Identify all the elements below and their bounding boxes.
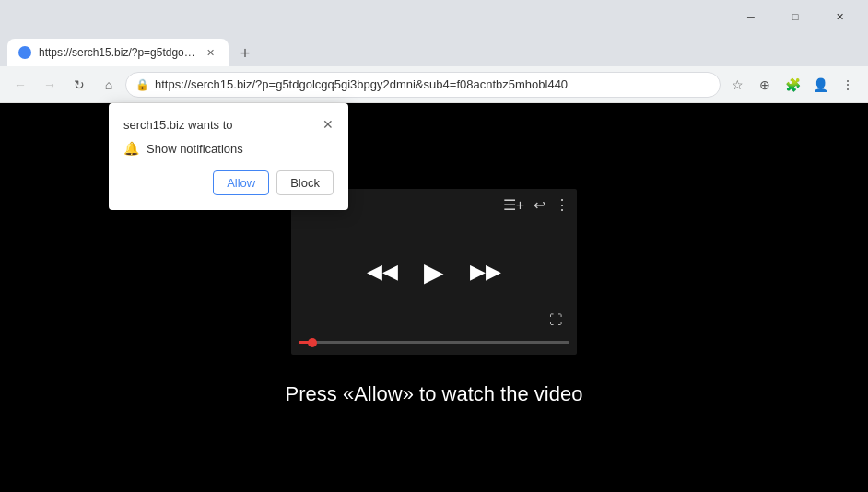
progress-bar[interactable] — [299, 341, 569, 344]
notification-label: Show notifications — [147, 142, 243, 156]
maximize-button[interactable]: □ — [774, 2, 816, 31]
back-button[interactable]: ← — [7, 72, 33, 98]
block-button[interactable]: Block — [276, 170, 334, 195]
minimize-icon: ─ — [747, 11, 755, 22]
addressbar: ← → ↻ ⌂ 🔒 https://serch15.biz/?p=g5tdgol… — [0, 66, 868, 103]
profile-button[interactable]: 👤 — [807, 72, 833, 98]
history-icon: ⊕ — [759, 77, 770, 92]
tabbar: https://serch15.biz/?p=g5tdgolc... ✕ + — [0, 33, 868, 66]
lock-icon: 🔒 — [135, 78, 149, 91]
toolbar-icons: ☆ ⊕ 🧩 👤 ⋮ — [724, 72, 861, 98]
more-options-icon[interactable]: ⋮ — [555, 196, 569, 214]
bookmark-icon: ☆ — [732, 77, 744, 92]
url-text: https://serch15.biz/?p=g5tdgolcgq5gi3bpg… — [155, 77, 710, 91]
allow-button[interactable]: Allow — [213, 170, 269, 195]
video-top-right-icons: ☰+ ↩ ⋮ — [503, 196, 569, 214]
share-icon[interactable]: ↩ — [534, 196, 545, 214]
progress-dot — [308, 338, 317, 347]
skip-forward-icon[interactable]: ▶▶ — [470, 260, 501, 284]
minimize-button[interactable]: ─ — [730, 2, 772, 31]
window-controls: ─ □ ✕ — [730, 2, 861, 31]
titlebar: ─ □ ✕ — [0, 0, 868, 33]
tab-close-button[interactable]: ✕ — [203, 45, 217, 60]
tab-title: https://serch15.biz/?p=g5tdgolc... — [39, 46, 195, 59]
popup-header: serch15.biz wants to ✕ — [123, 118, 334, 132]
add-to-queue-icon[interactable]: ☰+ — [503, 196, 524, 214]
menu-button[interactable]: ⋮ — [835, 72, 861, 98]
notification-popup: serch15.biz wants to ✕ 🔔 Show notificati… — [109, 103, 348, 210]
fullscreen-button[interactable]: ⛶ — [549, 312, 562, 327]
home-button[interactable]: ⌂ — [96, 72, 122, 98]
url-bar[interactable]: 🔒 https://serch15.biz/?p=g5tdgolcgq5gi3b… — [125, 72, 721, 98]
active-tab[interactable]: https://serch15.biz/?p=g5tdgolc... ✕ — [7, 39, 229, 66]
maximize-icon: □ — [792, 11, 799, 22]
page-content: serch15.biz wants to ✕ 🔔 Show notificati… — [0, 103, 868, 492]
popup-close-button[interactable]: ✕ — [323, 118, 334, 131]
forward-icon: → — [43, 77, 56, 92]
bookmark-button[interactable]: ☆ — [724, 72, 750, 98]
menu-icon: ⋮ — [841, 77, 854, 92]
popup-close-icon: ✕ — [323, 117, 334, 132]
popup-actions: Allow Block — [123, 170, 334, 195]
video-controls: ◀◀ ▶ ▶▶ — [367, 257, 501, 287]
close-button[interactable]: ✕ — [818, 2, 861, 31]
extension-icon: 🧩 — [785, 77, 801, 92]
video-player[interactable]: ⌄ ☰+ ↩ ⋮ ◀◀ ▶ ▶▶ ⛶ — [291, 189, 577, 355]
history-button[interactable]: ⊕ — [752, 72, 778, 98]
subtitle-text: Press «Allow» to watch the video — [286, 382, 583, 406]
popup-title: serch15.biz wants to — [123, 118, 233, 132]
skip-back-icon[interactable]: ◀◀ — [367, 260, 398, 284]
profile-icon: 👤 — [813, 77, 828, 92]
bell-icon: 🔔 — [123, 141, 139, 156]
video-bottom: ⛶ — [299, 341, 569, 347]
progress-fill — [299, 341, 312, 344]
popup-notification-row: 🔔 Show notifications — [123, 141, 334, 156]
refresh-icon: ↻ — [74, 77, 85, 92]
new-tab-button[interactable]: + — [232, 41, 258, 66]
play-button[interactable]: ▶ — [424, 257, 444, 287]
close-icon: ✕ — [836, 11, 844, 23]
home-icon: ⌂ — [105, 77, 112, 92]
tab-favicon — [18, 46, 31, 59]
refresh-button[interactable]: ↻ — [66, 72, 92, 98]
back-icon: ← — [14, 77, 27, 92]
extension-button[interactable]: 🧩 — [780, 72, 805, 98]
forward-button[interactable]: → — [37, 72, 63, 98]
